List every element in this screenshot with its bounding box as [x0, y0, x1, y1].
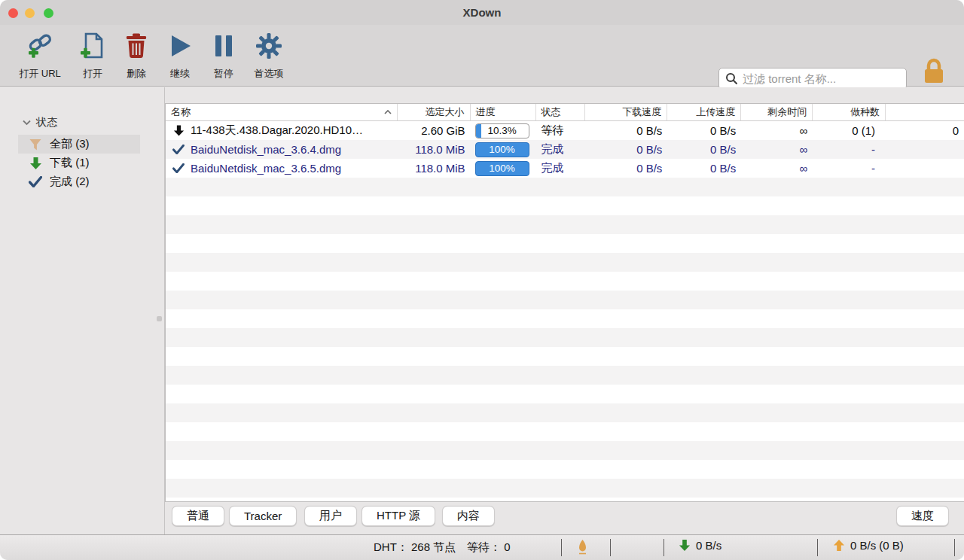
table-row[interactable]: BaiduNetdisk_mac_3.6.4.dmg 118.0 MiB 100…: [166, 140, 964, 159]
sidebar-group-status[interactable]: 状态: [23, 116, 57, 129]
cell-progress: 100%: [471, 140, 536, 159]
cell-up-speed: 0 B/s: [667, 140, 741, 159]
window-title: XDown: [0, 6, 964, 19]
search-input[interactable]: [743, 72, 900, 85]
sidebar: 状态 全部 (3) 下载 (1) 完成 (2): [0, 87, 165, 534]
open-file-button[interactable]: 打开: [70, 31, 115, 81]
preferences-button[interactable]: 首选项: [239, 31, 299, 81]
cell-name: BaiduNetdisk_mac_3.6.5.dmg: [166, 159, 398, 178]
tab-tracker[interactable]: Tracker: [229, 506, 297, 526]
open-file-label: 打开: [83, 67, 102, 81]
dht-status: DHT： 268 节点: [374, 540, 456, 555]
column-header-seeds[interactable]: 做种数: [813, 104, 886, 120]
progress-bar: 100%: [475, 142, 529, 157]
tab-general[interactable]: 普通: [172, 506, 224, 526]
trash-icon: [124, 31, 148, 61]
sidebar-item-completed[interactable]: 完成 (2): [18, 172, 140, 191]
filter-search-box[interactable]: [718, 68, 907, 90]
search-icon: [725, 72, 738, 85]
statusbar-divider: [561, 539, 562, 556]
open-url-button[interactable]: 打开 URL: [10, 31, 70, 81]
table-body: 11-438天.438.Dagar.2020.HD10… 2.60 GiB 10…: [166, 121, 964, 501]
progress-bar: 10.3%: [475, 123, 529, 138]
pause-icon: [212, 31, 235, 61]
cell-status: 完成: [536, 159, 586, 178]
cell-status: 等待: [536, 121, 586, 140]
statusbar-divider: [610, 539, 611, 556]
cell-size: 118.0 MiB: [398, 140, 471, 159]
open-file-icon: [79, 31, 106, 61]
column-header-eta[interactable]: 剩余时间: [741, 104, 813, 120]
main-content: 状态 全部 (3) 下载 (1) 完成 (2): [0, 87, 964, 534]
cell-seeds: -: [813, 159, 886, 178]
open-url-icon: [26, 31, 54, 61]
cell-extra: [886, 159, 964, 178]
cell-extra: [886, 140, 964, 159]
cell-down-speed: 0 B/s: [585, 140, 667, 159]
cell-progress: 10.3%: [471, 121, 536, 140]
delete-label: 删除: [127, 67, 146, 81]
sort-ascending-icon: [384, 110, 392, 114]
play-icon: [167, 31, 193, 61]
cell-down-speed: 0 B/s: [585, 121, 667, 140]
global-upload-speed: 0 B/s (0 B): [833, 539, 904, 552]
table-row[interactable]: 11-438天.438.Dagar.2020.HD10… 2.60 GiB 10…: [166, 121, 964, 140]
downloading-arrow-icon: [171, 124, 186, 137]
resume-button[interactable]: 继续: [157, 31, 203, 81]
column-header-up-speed[interactable]: 上传速度: [667, 104, 741, 120]
cell-eta: ∞: [741, 140, 813, 159]
column-header-progress[interactable]: 进度: [471, 104, 536, 120]
tab-http-source[interactable]: HTTP 源: [362, 506, 435, 526]
resume-label: 继续: [170, 67, 190, 81]
title-bar: XDown: [0, 0, 964, 25]
lock-icon: [922, 57, 946, 84]
sidebar-item-all[interactable]: 全部 (3): [18, 135, 140, 154]
speed-button[interactable]: 速度: [896, 506, 949, 526]
download-arrow-icon: [679, 539, 691, 552]
pause-label: 暂停: [214, 67, 233, 81]
cell-size: 118.0 MiB: [398, 159, 471, 178]
preferences-label: 首选项: [255, 67, 284, 81]
tab-users[interactable]: 用户: [304, 506, 357, 526]
column-header-extra[interactable]: [886, 104, 964, 120]
column-header-size[interactable]: 选定大小: [398, 104, 471, 120]
sidebar-item-label: 下载 (1): [50, 156, 90, 170]
cell-name: BaiduNetdisk_mac_3.6.4.dmg: [166, 140, 398, 159]
cell-eta: ∞: [741, 159, 813, 178]
progress-bar: 100%: [475, 161, 529, 176]
statusbar-divider: [664, 539, 664, 556]
check-icon: [27, 176, 44, 187]
status-bar: DHT： 268 节点 等待： 0 0 B/s 0 B/s (0 B): [0, 534, 964, 560]
column-header-name[interactable]: 名称: [166, 104, 398, 120]
open-url-label: 打开 URL: [19, 67, 61, 81]
cell-down-speed: 0 B/s: [585, 159, 667, 178]
upload-speed-value: 0 B/s (0 B): [850, 539, 904, 552]
flame-icon[interactable]: [577, 539, 588, 555]
delete-button[interactable]: 删除: [114, 31, 159, 81]
sidebar-item-downloading[interactable]: 下载 (1): [18, 154, 140, 172]
statusbar-divider: [817, 539, 818, 556]
sidebar-item-label: 完成 (2): [50, 175, 90, 189]
detail-tabs-bar: 普通 Tracker 用户 HTTP 源 内容 速度: [0, 506, 964, 534]
cell-size: 2.60 GiB: [398, 121, 471, 140]
table-header: 名称 选定大小 进度 状态 下载速度 上传速度 剩余时间 做种数: [166, 104, 964, 121]
waiting-status: 等待： 0: [467, 540, 511, 555]
cell-seeds: -: [813, 140, 886, 159]
upload-arrow-icon: [833, 539, 845, 552]
funnel-icon: [27, 138, 44, 151]
splitter-handle[interactable]: [157, 316, 162, 321]
chevron-down-icon: [23, 120, 31, 126]
tab-content[interactable]: 内容: [442, 506, 495, 526]
column-header-down-speed[interactable]: 下载速度: [585, 104, 667, 120]
check-icon: [171, 145, 186, 154]
column-header-status[interactable]: 状态: [536, 104, 586, 120]
toolbar: 打开 URL 打开 删除: [0, 25, 964, 87]
app-window: XDown 打开 URL: [0, 0, 964, 560]
statusbar-divider: [954, 539, 955, 556]
sidebar-item-label: 全部 (3): [50, 137, 90, 151]
sidebar-group-label: 状态: [36, 116, 57, 129]
table-row[interactable]: BaiduNetdisk_mac_3.6.5.dmg 118.0 MiB 100…: [166, 159, 964, 178]
downloads-table: 名称 选定大小 进度 状态 下载速度 上传速度 剩余时间 做种数: [165, 103, 964, 502]
cell-progress: 100%: [471, 159, 536, 178]
cell-seeds: 0 (1): [813, 121, 886, 140]
